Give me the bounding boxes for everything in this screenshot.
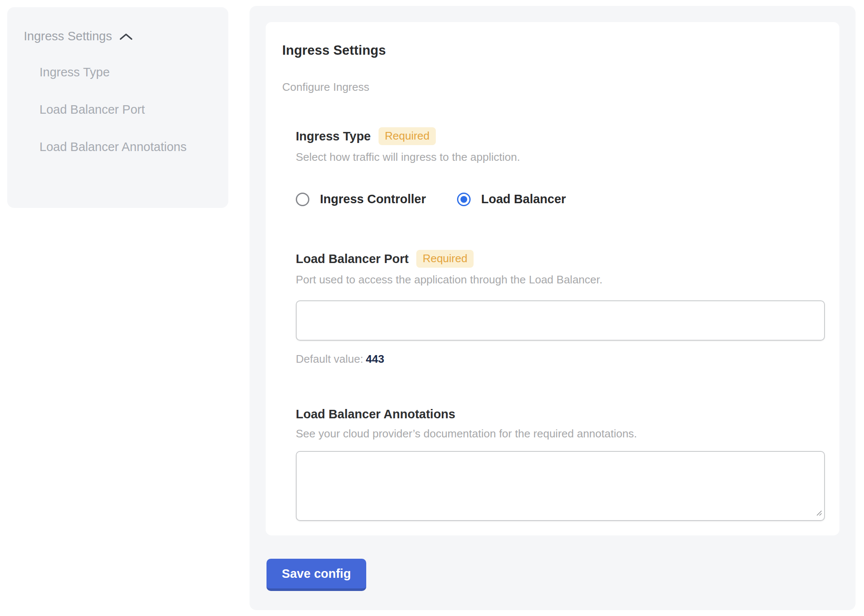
section-load-balancer-port: Load Balancer Port Required Port used to…: [296, 250, 825, 365]
load-balancer-port-heading: Load Balancer Port: [296, 251, 409, 266]
ingress-type-description: Select how traffic will ingress to the a…: [296, 151, 825, 163]
radio-label-ingress-controller: Ingress Controller: [320, 192, 426, 206]
annotations-textarea-wrap: [296, 451, 825, 521]
radio-option-ingress-controller[interactable]: Ingress Controller: [296, 192, 426, 206]
form-sections: Ingress Type Required Select how traffic…: [296, 127, 825, 521]
ingress-type-heading: Ingress Type: [296, 129, 371, 144]
chevron-up-icon: [119, 32, 133, 42]
required-badge: Required: [379, 127, 436, 145]
load-balancer-annotations-heading: Load Balancer Annotations: [296, 406, 455, 422]
page-title: Ingress Settings: [282, 42, 824, 59]
default-value-row: Default value:443: [296, 353, 825, 365]
resize-handle-icon[interactable]: [815, 509, 822, 518]
section-load-balancer-annotations: Load Balancer Annotations See your cloud…: [296, 406, 825, 521]
sidebar-group-ingress-settings[interactable]: Ingress Settings: [24, 23, 216, 49]
settings-nav-sidebar: Ingress Settings Ingress Type Load Balan…: [7, 7, 228, 208]
radio-label-load-balancer: Load Balancer: [481, 192, 566, 206]
load-balancer-annotations-description: See your cloud provider’s documentation …: [296, 427, 825, 440]
sidebar-item-load-balancer-port[interactable]: Load Balancer Port: [39, 97, 192, 122]
load-balancer-annotations-textarea[interactable]: [296, 451, 825, 521]
section-ingress-type: Ingress Type Required Select how traffic…: [296, 127, 825, 206]
default-value-label: Default value:: [296, 353, 363, 365]
load-balancer-port-heading-row: Load Balancer Port Required: [296, 250, 825, 268]
save-config-button[interactable]: Save config: [266, 559, 366, 591]
required-badge: Required: [416, 250, 474, 268]
sidebar-group-label: Ingress Settings: [24, 29, 112, 43]
radio-button-icon: [457, 193, 471, 206]
load-balancer-port-description: Port used to access the application thro…: [296, 273, 825, 286]
ingress-type-radio-group: Ingress Controller Load Balancer: [296, 192, 825, 206]
load-balancer-annotations-heading-row: Load Balancer Annotations: [296, 406, 825, 422]
load-balancer-port-input[interactable]: [296, 300, 825, 341]
default-value: 443: [366, 353, 384, 365]
main-panel: Ingress Settings Configure Ingress Ingre…: [250, 6, 856, 610]
radio-option-load-balancer[interactable]: Load Balancer: [457, 192, 566, 206]
page-subtitle: Configure Ingress: [282, 81, 824, 93]
radio-button-icon: [296, 193, 309, 206]
sidebar-item-list: Ingress Type Load Balancer Port Load Bal…: [39, 59, 216, 160]
sidebar-item-ingress-type[interactable]: Ingress Type: [39, 59, 192, 85]
ingress-settings-card: Ingress Settings Configure Ingress Ingre…: [266, 22, 839, 535]
sidebar-item-load-balancer-annotations[interactable]: Load Balancer Annotations: [39, 134, 192, 160]
ingress-type-heading-row: Ingress Type Required: [296, 127, 825, 145]
